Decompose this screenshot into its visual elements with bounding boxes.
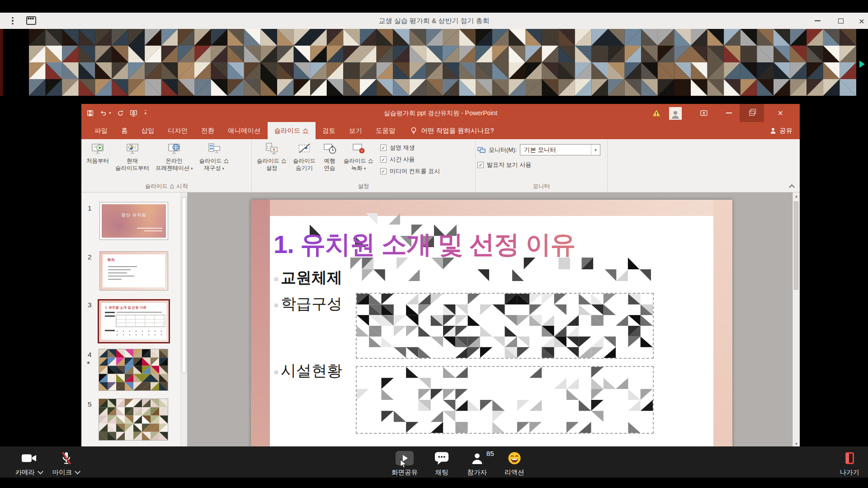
restore-icon [838,19,844,23]
screen: 교생 실습 평가회 & 상반기 정기 총회 × ▾ ▾ 실습평가회 ppt 경산… [0,0,868,488]
ppt-minimize-button[interactable] [720,104,738,122]
ppt-titlebar: ▾ ▾ 실습평가회 ppt 경산유치원 - PowerPoint × [81,104,800,122]
record-icon [351,142,366,156]
warning-icon[interactable] [652,109,660,119]
screen-chart-icon [125,142,140,156]
chevron-down-icon[interactable] [75,469,80,474]
slide-number: 5 [88,400,92,408]
rehearse-timings-button[interactable]: 예행 연습 [319,140,340,172]
record-slideshow-button[interactable]: 슬라이드 쇼 녹화▾ [340,140,377,172]
slide-number: 1 [88,204,92,212]
ribbon: 처음부터 현재 슬라이드부터 온라인 프레젠테이션▾ 슬라이드 쇼 재구성▾ [81,139,800,192]
camera-button[interactable]: 카메라 [8,451,50,477]
present-online-button[interactable]: 온라인 프레젠테이션▾ [152,140,196,172]
account-avatar[interactable] [669,107,682,120]
tab-transitions[interactable]: 전환 [194,122,221,139]
window-minimize-button[interactable] [810,13,825,29]
checkbox-checked-icon: ✓ [380,156,387,163]
group-label-start-slideshow: 슬라이드 쇼 시작 [83,182,250,192]
window-close-button[interactable]: × [854,13,868,29]
mic-button[interactable]: 마이크 [47,451,85,477]
chat-button[interactable]: 채팅 [428,451,456,477]
reactions-button[interactable]: 리액션 [497,451,532,477]
screen-share-button[interactable]: 화면공유 [382,451,427,477]
collapse-ribbon-icon[interactable] [790,184,794,188]
screen-globe-icon [166,142,182,156]
chat-icon [434,451,449,465]
slide-number: 3 [88,301,92,309]
participants-icon: 85 [471,451,483,465]
powerpoint-window: ▾ ▾ 실습평가회 ppt 경산유치원 - PowerPoint × 파일 홈 … [81,104,800,447]
share-button[interactable]: 공유 [769,122,793,139]
tab-slideshow[interactable]: 슬라이드 쇼 [268,122,316,139]
use-presenter-view-checkbox[interactable]: ✓ 발표자 보기 사용 [477,161,605,169]
ppt-restore-button[interactable] [740,104,764,122]
ribbon-tab-bar: 파일 홈 삽입 디자인 전환 애니메이션 슬라이드 쇼 검토 보기 도움말 어떤… [81,122,800,139]
screen-play-icon [90,142,105,156]
slide-thumbnail-4[interactable] [99,349,168,391]
use-timings-checkbox[interactable]: ✓ 시간 사용 [380,155,440,164]
camera-icon [21,451,37,465]
from-beginning-button[interactable]: 처음부터 [83,140,112,164]
tab-home[interactable]: 홈 [114,122,135,139]
participant-video-gallery[interactable] [29,29,856,96]
tab-review[interactable]: 검토 [316,122,342,139]
tab-animations[interactable]: 애니메이션 [221,122,268,139]
setup-checkbox-column: ✓ 설명 재생 ✓ 시간 사용 ✓ 미디어 컨트롤 표시 [380,140,440,175]
person-icon [769,127,777,134]
play-narrations-checkbox[interactable]: ✓ 설명 재생 [380,144,440,152]
slide-area-scrollbar[interactable]: ▲ ▼ [793,192,800,447]
slide-canvas[interactable]: 1. 유치원 소개 및 선정 이유 교원체제 학급구성 시설현황 [251,200,732,447]
scrollbar-thumb[interactable] [794,202,798,290]
laughing-emoji-icon [508,451,521,465]
tab-file[interactable]: 파일 [88,122,114,139]
meeting-title: 교생 실습 평가회 & 상반기 정기 총회 [0,13,868,29]
slide1-image: 경산 유치원 [102,204,166,238]
slide-thumbnail-3-selected[interactable]: 1. 유치원 소개 및 선정 이유 [98,299,170,343]
group-label-monitor: 모니터 [477,182,605,192]
thumbnail-panel-scrollbar[interactable] [180,192,187,447]
tab-design[interactable]: 디자인 [161,122,195,139]
slide-number: 2 [88,253,92,261]
ppt-close-button[interactable]: × [770,104,790,122]
slide-thumbnail-2[interactable]: 목차 [99,251,168,291]
window-restore-button[interactable] [834,13,848,29]
gallery-next-arrow-icon[interactable] [859,61,865,68]
slide-bullet-2: 학급구성 [281,294,342,314]
restore-icon [749,111,755,116]
meeting-toolbar: 카메라 마이크 화면공유 채팅 85 참가자 리액션 나가기 [0,446,868,478]
custom-show-icon [207,142,222,156]
leave-door-icon [843,451,856,465]
slide-bullet-1: 교원체제 [281,267,342,288]
tab-insert[interactable]: 삽입 [135,122,161,139]
tab-view[interactable]: 보기 [342,122,369,139]
monitor-select[interactable]: 기본 모니터 ▾ [520,144,600,155]
stopwatch-icon [322,142,337,156]
tab-help[interactable]: 도움말 [369,122,402,139]
custom-slideshow-button[interactable]: 슬라이드 쇼 재구성▾ [196,140,232,172]
slide-thumbnail-1[interactable]: 경산 유치원 [99,202,168,240]
leave-button[interactable]: 나가기 [831,451,868,477]
slide-thumbnail-5[interactable] [99,399,168,441]
mic-muted-icon [61,451,72,465]
from-current-slide-button[interactable]: 현재 슬라이드부터 [112,140,152,172]
show-media-controls-checkbox[interactable]: ✓ 미디어 컨트롤 표시 [380,167,440,175]
bullet-marker [274,371,278,374]
monitors-icon [477,147,486,153]
screen-share-icon [396,451,414,465]
scroll-up-button[interactable]: ▲ [793,192,800,200]
censored-table-region [356,293,654,359]
scrollbar-thumb[interactable] [182,197,186,373]
chevron-down-icon[interactable] [38,469,43,474]
hide-slide-button[interactable]: 슬라이드 숨기기 [290,140,319,172]
setup-slideshow-button[interactable]: 슬라이드 쇼 설정 [254,140,290,172]
ribbon-display-options-icon[interactable] [700,109,708,119]
checkbox-checked-icon: ✓ [477,162,484,168]
bullet-marker [274,277,278,281]
participants-button[interactable]: 85 참가자 [457,451,497,477]
select-dropdown-icon: ▾ [591,145,600,155]
minimize-icon [815,20,821,21]
tell-me-search[interactable]: 어떤 작업을 원하시나요? [410,122,494,139]
group-label-setup: 설정 [254,182,473,192]
slide-title: 1. 유치원 소개 및 선정 이유 [274,228,653,262]
